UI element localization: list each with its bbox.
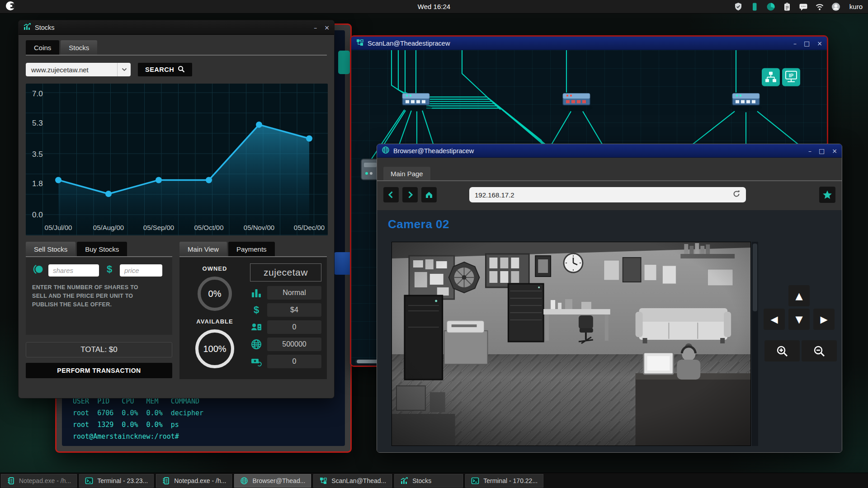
maximize-button[interactable]: □ (804, 37, 810, 50)
terminal-line: root 6706 0.0% 0.0% decipher (73, 407, 203, 419)
stock-url-dropdown[interactable]: www.zujecetaw.net (26, 63, 131, 76)
stock-stat-value: 0 (267, 355, 321, 368)
coins-icon (32, 263, 44, 277)
clock: Wed 16:24 (0, 3, 868, 10)
terminal-line: root 1329 0.0% 0.0% ps (73, 419, 203, 431)
stock-stat-row: $$4 (250, 303, 321, 317)
stock-stat-value: $4 (267, 303, 321, 317)
close-button[interactable]: × (324, 21, 330, 34)
taskbar-item-label: Terminal - 23.23... (97, 477, 148, 484)
minimize-button[interactable]: – (793, 37, 797, 50)
back-button[interactable] (383, 187, 399, 202)
ip-scan-button[interactable]: IP (782, 68, 800, 86)
notepad-icon (162, 477, 170, 485)
terminal-icon (471, 477, 479, 485)
stock-stat-row: 0 (250, 355, 321, 368)
stock-stat-value: 500000 (267, 338, 321, 351)
svg-text:0.0: 0.0 (32, 211, 43, 219)
taskbar-item-label: Terminal - 170.22... (483, 477, 538, 484)
available-label: AVAILABLE (185, 318, 245, 325)
minimize-button[interactable]: – (808, 144, 811, 158)
taskbar-item-1[interactable]: Terminal - 23.23... (79, 474, 154, 488)
stocks-window-title: Stocks (35, 24, 55, 31)
browser-titlebar[interactable]: Browser@Theadestipracew – □ × (377, 144, 842, 158)
tab-payments[interactable]: Payments (228, 242, 275, 256)
notepad-icon (7, 477, 15, 485)
camera-pan-up-button[interactable]: ▲ (788, 285, 810, 306)
stock-stat-row: 0 (250, 320, 321, 334)
camera-pan-right-button[interactable]: ▶ (813, 309, 835, 330)
tab-coins[interactable]: Coins (26, 40, 59, 55)
camera-pan-down-button[interactable]: ▼ (788, 309, 810, 330)
taskbar-item-6[interactable]: Terminal - 170.22... (465, 474, 543, 488)
stock-overview-panel: OWNED 0% AVAILABLE 100% zujecetaw Normal… (179, 257, 327, 379)
search-icon (178, 66, 185, 74)
taskbar-item-2[interactable]: Notepad.exe - /h... (156, 474, 232, 488)
lan-tree-button[interactable] (762, 68, 780, 86)
maximize-button[interactable]: □ (819, 144, 825, 158)
stock-url-value: www.zujecetaw.net (31, 66, 89, 74)
arrow-up-icon: ▲ (795, 291, 802, 301)
taskbar-item-5[interactable]: Stocks (394, 474, 463, 488)
network-switch-node-alert[interactable] (560, 94, 593, 111)
tab-stocks[interactable]: Stocks (61, 40, 97, 55)
taskbar-item-0[interactable]: Notepad.exe - /h... (1, 474, 77, 488)
star-icon (822, 190, 832, 200)
money-sync-icon (250, 356, 263, 367)
url-bar[interactable] (469, 187, 746, 202)
camera-feed (392, 242, 751, 446)
browser-window-title: Browser@Theadestipracew (393, 147, 474, 155)
stocks-titlebar[interactable]: Stocks – × (19, 20, 334, 35)
camera-pan-left-button[interactable]: ◀ (764, 309, 785, 330)
url-input[interactable] (475, 191, 732, 199)
hidden-window-fragment (338, 51, 350, 74)
stock-stat-value: 0 (267, 320, 321, 334)
owned-percentage-ring: 0% (198, 277, 232, 311)
dollar-icon: $ (250, 304, 263, 316)
total-bar: TOTAL: $0 (26, 342, 172, 357)
svg-text:IP: IP (789, 73, 793, 78)
trade-form: $ ENTER THE NUMBER OF SHARES TO SELL AND… (26, 257, 172, 335)
trade-tabs: Sell Stocks Buy Stocks (26, 242, 172, 256)
camera-zoom-in-button[interactable] (764, 340, 800, 361)
bookmark-button[interactable] (819, 187, 835, 203)
network-switch-node[interactable] (400, 94, 432, 111)
owned-label: OWNED (185, 265, 245, 272)
terminal-line: root@Amerstaincknew:/root# (73, 431, 203, 442)
price-input[interactable] (120, 264, 162, 277)
close-button[interactable]: × (832, 144, 837, 158)
taskbar-item-label: Notepad.exe - /h... (174, 477, 226, 484)
tab-buy-stocks[interactable]: Buy Stocks (77, 242, 127, 256)
shares-input[interactable] (48, 264, 99, 277)
home-button[interactable] (421, 187, 437, 202)
search-button[interactable]: SEARCH (138, 63, 192, 76)
scanlan-icon (356, 38, 364, 48)
scrollbar-thumb[interactable] (753, 244, 757, 311)
svg-text:3.5: 3.5 (32, 150, 43, 159)
terminal-output[interactable]: USER PID CPU MEM COMMANDroot 6706 0.0% 0… (73, 395, 203, 442)
taskbar-item-3[interactable]: Browser@Thead... (234, 474, 311, 488)
taskbar-item-4[interactable]: ScanLan@Thead... (313, 474, 392, 488)
close-button[interactable]: × (817, 37, 822, 50)
tab-sell-stocks[interactable]: Sell Stocks (26, 242, 75, 256)
reload-icon[interactable] (732, 190, 741, 200)
available-percentage-ring: 100% (195, 329, 234, 368)
stocks-icon (400, 477, 408, 485)
taskbar-item-label: Stocks (412, 477, 431, 484)
vertical-scrollbar[interactable] (752, 242, 758, 446)
perform-transaction-button[interactable]: PERFORM TRANSACTION (26, 363, 172, 378)
arrow-right-icon: ▶ (820, 314, 827, 325)
arrow-down-icon: ▼ (795, 314, 802, 325)
camera-zoom-out-button[interactable] (802, 340, 837, 361)
zoom-out-icon (813, 345, 826, 357)
network-switch-node[interactable] (730, 94, 762, 111)
tab-main-view[interactable]: Main View (179, 242, 227, 256)
overview-tabs: Main View Payments (179, 242, 327, 256)
browser-window[interactable]: Browser@Theadestipracew – □ × Main Page (377, 144, 842, 453)
minimize-button[interactable]: – (314, 21, 317, 34)
forward-button[interactable] (402, 187, 418, 202)
scanlan-titlebar[interactable]: ScanLan@Theadestipracew – □ × (351, 37, 827, 50)
stocks-window[interactable]: Stocks – × Coins Stocks www.zujecetaw.ne… (18, 20, 335, 399)
browser-tab-main-page[interactable]: Main Page (383, 167, 430, 180)
chevron-right-icon (406, 190, 415, 199)
